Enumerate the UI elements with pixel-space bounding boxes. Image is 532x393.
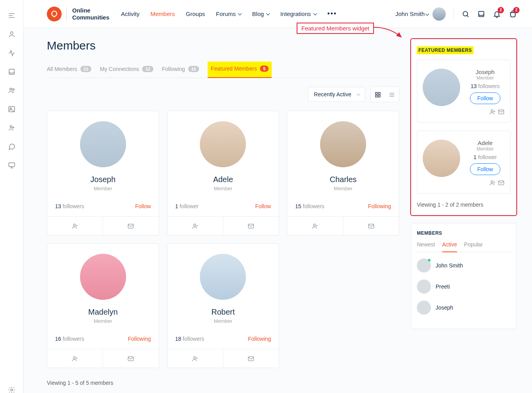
search-icon[interactable] (462, 10, 470, 18)
user-menu[interactable]: John Smith (395, 7, 446, 21)
nav-activity[interactable]: Activity (121, 10, 140, 18)
message-button[interactable] (103, 349, 158, 368)
member-name[interactable]: Joseph (55, 175, 151, 184)
message-button[interactable] (223, 349, 279, 368)
tab-all-members[interactable]: All Members23 (47, 62, 91, 78)
avatar[interactable] (80, 254, 126, 300)
friends-icon[interactable] (8, 124, 16, 132)
annotation-label: Featured Members widget (297, 23, 374, 34)
tab-featured-members[interactable]: Featured Members5 (208, 62, 272, 78)
user-icon[interactable] (8, 30, 16, 38)
activity-icon[interactable] (8, 49, 16, 57)
message-button[interactable] (496, 108, 505, 115)
add-friend-button[interactable] (488, 179, 496, 186)
avatar[interactable] (423, 69, 460, 106)
logo-text: OnlineCommunities (66, 7, 109, 21)
follow-button[interactable]: Follow (255, 203, 271, 209)
mw-tab-active[interactable]: Active (442, 241, 457, 252)
member-name[interactable]: Adele (175, 175, 271, 184)
follow-button[interactable]: Following (128, 336, 151, 342)
svg-point-5 (10, 126, 12, 127)
filter-tabs: All Members23 My Connections12 Following… (47, 62, 399, 78)
logo[interactable]: OnlineCommunities (47, 7, 109, 21)
follow-button[interactable]: Follow (470, 163, 500, 175)
member-role: Member (55, 318, 151, 324)
settings-icon[interactable] (8, 386, 16, 393)
add-friend-button[interactable] (47, 349, 103, 368)
widget-title: FEATURED MEMBERS (417, 46, 473, 54)
member-card: Madelyn Member 16 followers Following (47, 243, 159, 368)
mw-tab-newest[interactable]: Newest (417, 241, 435, 252)
message-button[interactable] (496, 179, 505, 186)
desktop-icon[interactable] (8, 161, 16, 169)
follow-button[interactable]: Follow (135, 203, 151, 209)
avatar (417, 280, 431, 294)
followers-count: 15 followers (295, 203, 324, 209)
list-item[interactable]: John Smith (417, 258, 511, 273)
member-name[interactable]: Charles (295, 175, 391, 184)
image-icon[interactable] (8, 105, 16, 113)
svg-point-25 (491, 181, 493, 182)
list-view-button[interactable] (385, 87, 399, 102)
svg-point-2 (12, 89, 14, 90)
nav-forums[interactable]: Forums (216, 10, 241, 18)
list-item[interactable]: Preeti (417, 280, 511, 294)
member-role: Member (55, 186, 151, 191)
sort-select[interactable]: Recently Active (308, 87, 365, 102)
avatar[interactable] (80, 121, 126, 167)
people-icon[interactable] (8, 87, 16, 94)
nav-blog[interactable]: Blog (252, 10, 269, 18)
mw-tab-popular[interactable]: Popular (464, 241, 483, 252)
chat-icon[interactable] (8, 143, 16, 150)
add-friend-button[interactable] (47, 217, 103, 235)
bell-icon[interactable]: 2 (493, 10, 501, 18)
inbox-icon[interactable] (477, 10, 485, 18)
menu-icon[interactable] (8, 12, 16, 19)
add-friend-button[interactable] (167, 217, 223, 235)
main-nav: Activity Members Groups Forums Blog Inte… (121, 10, 337, 18)
member-name[interactable]: Madelyn (55, 308, 151, 317)
followers-count: 1 follower (466, 154, 505, 160)
follow-button[interactable]: Following (248, 336, 271, 342)
inbox-icon[interactable] (8, 68, 16, 76)
cart-badge: 2 (513, 7, 520, 13)
svg-point-7 (11, 389, 12, 391)
svg-point-21 (194, 356, 196, 358)
add-friend-button[interactable] (287, 217, 343, 235)
member-name[interactable]: Joseph (466, 69, 505, 75)
add-friend-button[interactable] (488, 108, 496, 115)
add-friend-button[interactable] (167, 349, 223, 368)
tab-my-connections[interactable]: My Connections12 (100, 62, 153, 78)
message-button[interactable] (103, 217, 158, 235)
grid-view-button[interactable] (371, 87, 385, 102)
svg-point-8 (463, 11, 468, 16)
message-button[interactable] (223, 217, 279, 235)
nav-groups[interactable]: Groups (186, 10, 205, 18)
bell-badge: 2 (498, 7, 504, 13)
cart-icon[interactable]: 2 (509, 10, 516, 18)
member-name[interactable]: Adele (466, 140, 505, 146)
nav-integrations[interactable]: Integrations (280, 10, 316, 18)
members-widget: MEMBERS Newest Active Popular John Smith… (411, 223, 516, 329)
nav-more[interactable]: ••• (327, 10, 337, 18)
list-item[interactable]: Joseph (417, 301, 511, 315)
avatar[interactable] (320, 121, 366, 167)
widget-footer: Viewing 1 - 2 of 2 members (417, 202, 511, 208)
member-role: Member (175, 186, 271, 191)
featured-members-widget: FEATURED MEMBERS Joseph Member 13 follow… (411, 39, 516, 215)
avatar[interactable] (423, 140, 460, 177)
user-name: John Smith (395, 11, 429, 17)
avatar (417, 258, 431, 273)
avatar[interactable] (200, 254, 246, 300)
member-role: Member (295, 186, 391, 191)
follow-button[interactable]: Following (368, 203, 391, 209)
followers-count: 13 followers (55, 203, 84, 209)
avatar[interactable] (200, 121, 246, 167)
tab-following[interactable]: Following16 (162, 62, 199, 78)
nav-members[interactable]: Members (151, 10, 175, 18)
follow-button[interactable]: Follow (470, 92, 500, 104)
svg-rect-10 (378, 92, 380, 94)
member-name[interactable]: Robert (175, 308, 271, 317)
message-button[interactable] (343, 217, 399, 235)
svg-point-15 (194, 224, 196, 226)
